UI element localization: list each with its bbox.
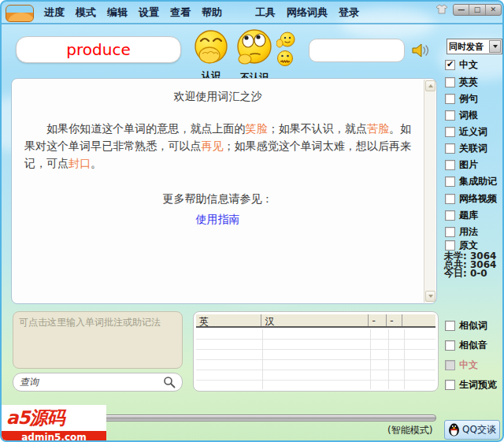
- checkbox-icon[interactable]: [445, 240, 455, 251]
- bitter-face-keyword: 苦脸: [367, 122, 389, 135]
- option-new-word-preview[interactable]: 生词预览: [445, 378, 497, 392]
- option-similar-sound[interactable]: 相似音: [445, 339, 487, 352]
- maximize-button[interactable]: □: [469, 5, 485, 15]
- option-example[interactable]: 例句: [445, 92, 478, 106]
- option-mnemonic[interactable]: 集成助记: [445, 175, 497, 188]
- seal-mouth-icon[interactable]: [276, 50, 294, 67]
- option-related[interactable]: 关联词: [445, 142, 487, 155]
- welcome-content: 欢迎使用词汇之沙 如果你知道这个单词的意思，就点上面的笑脸；如果不认识，就点苦脸…: [12, 79, 424, 303]
- option-label: 网络视频: [459, 192, 497, 206]
- pronounce-mode-value: 同时发音: [447, 41, 489, 53]
- option-question-bank[interactable]: 题库: [445, 209, 478, 222]
- checkbox-icon[interactable]: [445, 176, 455, 187]
- column-header-english[interactable]: 英: [196, 314, 261, 326]
- app-logo-icon: [6, 5, 34, 22]
- menu-edit[interactable]: 编辑: [102, 6, 133, 20]
- option-label: 英英: [459, 76, 478, 89]
- welcome-paragraph: 如果你知道这个单词的意思，就点上面的笑脸；如果不认识，就点苦脸。如果对这个单词早…: [24, 120, 411, 172]
- checkbox-checked-icon[interactable]: [445, 60, 455, 70]
- para-text: 如果你知道这个单词的意思，就点上面的: [46, 122, 246, 135]
- checkbox-icon[interactable]: [445, 143, 455, 154]
- app-window: 进度 模式 编辑 设置 查看 帮助 工具 网络词典 登录 — □ ✕ produ…: [0, 0, 504, 442]
- checkbox-icon[interactable]: [445, 321, 455, 331]
- smile-face-keyword: 笑脸: [246, 122, 268, 135]
- checkbox-icon[interactable]: [445, 340, 455, 351]
- option-picture[interactable]: 图片: [445, 158, 478, 172]
- option-english-english[interactable]: 英英: [445, 76, 478, 89]
- checkbox-icon[interactable]: [445, 160, 455, 170]
- option-similar-word[interactable]: 相似词: [445, 319, 487, 332]
- current-word: produce: [66, 40, 130, 59]
- window-controls: — □ ✕: [453, 4, 502, 16]
- checkbox-icon[interactable]: [445, 210, 455, 221]
- column-header-blank[interactable]: [402, 314, 435, 326]
- option-label: 中文: [459, 358, 478, 372]
- guide-link-wrap: 使用指南: [24, 213, 411, 227]
- column-header-dash2[interactable]: -: [387, 314, 402, 326]
- scrollbar[interactable]: [424, 80, 435, 303]
- skin-theme-icon[interactable]: [435, 4, 448, 14]
- current-word-card: produce: [16, 36, 181, 63]
- table-header-row: 英 汉 - -: [196, 314, 435, 328]
- option-chinese[interactable]: 中文: [445, 58, 478, 72]
- menu-mode[interactable]: 模式: [70, 6, 102, 20]
- checkbox-icon[interactable]: [445, 127, 455, 137]
- user-guide-link[interactable]: 使用指南: [196, 213, 240, 225]
- para-text: ；如果不认识，就点: [268, 122, 367, 135]
- column-header-chinese[interactable]: 汉: [261, 314, 369, 326]
- scroll-up-button[interactable]: [425, 80, 435, 91]
- menu-web-dict[interactable]: 网络词典: [281, 6, 333, 20]
- column-header-dash1[interactable]: -: [369, 314, 387, 326]
- word-list-table[interactable]: 英 汉 - -: [193, 311, 439, 392]
- know-button[interactable]: 认识: [191, 29, 231, 83]
- notes-input[interactable]: [13, 311, 183, 369]
- option-label: 生词预览: [459, 378, 497, 392]
- answer-input[interactable]: [309, 39, 405, 62]
- stat-today-label: 今日:: [444, 268, 467, 279]
- checkbox-icon[interactable]: [445, 227, 455, 237]
- menu-help[interactable]: 帮助: [196, 6, 228, 20]
- option-label: 用法: [459, 225, 478, 239]
- option-label: 相似音: [459, 339, 487, 352]
- minimize-button[interactable]: —: [454, 5, 469, 15]
- checkbox-icon[interactable]: [445, 77, 455, 87]
- goodbye-icon[interactable]: [276, 32, 295, 49]
- checkbox-icon[interactable]: [445, 110, 455, 121]
- smiley-know-icon: [193, 29, 229, 65]
- search-icon[interactable]: [163, 376, 176, 388]
- option-label: 图片: [459, 158, 478, 172]
- study-stats: 未学: 3064 总共: 3064 今日: 0-0: [444, 252, 496, 278]
- pronounce-mode-select[interactable]: 同时发音: [447, 39, 502, 54]
- menu-view[interactable]: 查看: [165, 6, 196, 20]
- option-label: 题库: [459, 209, 478, 222]
- search-input[interactable]: [20, 377, 163, 388]
- chevron-down-icon: [428, 295, 433, 298]
- checkbox-icon[interactable]: [445, 94, 455, 104]
- option-web-video[interactable]: 网络视频: [445, 192, 497, 206]
- option-label: 中文: [459, 58, 478, 72]
- welcome-title: 欢迎使用词汇之沙: [24, 90, 411, 104]
- menu-bar: 进度 模式 编辑 设置 查看 帮助 工具 网络词典 登录: [2, 2, 502, 23]
- main-content-panel: 欢迎使用词汇之沙 如果你知道这个单词的意思，就点上面的笑脸；如果不认识，就点苦脸…: [11, 78, 437, 304]
- menu-settings[interactable]: 设置: [133, 6, 165, 20]
- option-usage[interactable]: 用法: [445, 225, 478, 239]
- speaker-icon[interactable]: [411, 42, 430, 59]
- close-button[interactable]: ✕: [486, 5, 501, 15]
- watermark-brand: a5源码: [2, 405, 106, 430]
- mode-status-label: (智能模式): [387, 424, 436, 437]
- option-root[interactable]: 词根: [445, 109, 478, 122]
- qq-chat-label: QQ交谈: [462, 423, 496, 436]
- menu-tools[interactable]: 工具: [250, 6, 281, 20]
- dont-know-button[interactable]: 不认识: [232, 28, 276, 84]
- checkbox-icon[interactable]: [445, 380, 455, 390]
- dropdown-button[interactable]: [489, 40, 501, 53]
- menu-login[interactable]: 登录: [333, 6, 365, 20]
- checkbox-icon[interactable]: [445, 194, 455, 204]
- search-box[interactable]: [13, 373, 183, 392]
- scroll-down-button[interactable]: [425, 291, 435, 302]
- option-label: 关联词: [459, 142, 487, 155]
- option-label: 词根: [459, 109, 478, 122]
- option-synonym[interactable]: 近义词: [445, 125, 487, 139]
- menu-progress[interactable]: 进度: [39, 6, 70, 20]
- qq-chat-button[interactable]: QQ交谈: [444, 420, 500, 440]
